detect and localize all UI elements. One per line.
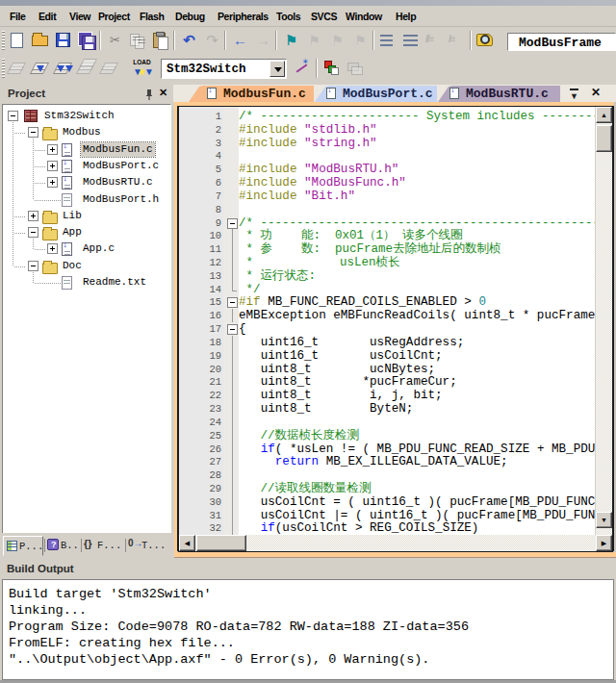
search-combo[interactable]: ModBusFrame <box>507 33 616 51</box>
editor-tab-modbusrtu-c[interactable]: ModBusRTU.c <box>438 86 560 102</box>
menu-edit[interactable]: Edit <box>38 10 56 26</box>
batch-build-button[interactable] <box>76 58 98 80</box>
tree-expander-plus[interactable] <box>47 144 58 155</box>
file-icon <box>326 88 336 99</box>
target-select-combo[interactable]: Stm32Switch <box>161 59 287 79</box>
tree-expander-minus[interactable] <box>8 111 18 121</box>
tab-list-dropdown-icon[interactable]: ▼ <box>570 89 578 101</box>
navigate-forward-button[interactable]: → <box>252 30 274 52</box>
bookmark-clear-button[interactable]: ⚑ <box>349 30 372 52</box>
tree-item-doc[interactable]: Doc <box>3 259 172 275</box>
download-flash-button[interactable]: LOAD▼▼ <box>131 58 153 80</box>
redo-button[interactable]: ↷ <box>201 30 223 52</box>
tree-label: Doc <box>61 259 84 273</box>
bookmark-toggle-button[interactable]: ⚑ <box>280 30 302 52</box>
manage-components-button[interactable] <box>321 58 344 80</box>
tree-expander-plus[interactable] <box>28 211 38 221</box>
copy-button[interactable] <box>127 30 149 52</box>
line-number: 26 <box>179 443 221 455</box>
tree-item-app[interactable]: App <box>3 225 172 241</box>
tree-expander-minus[interactable] <box>28 227 38 238</box>
bookmark-next-button[interactable]: ⚑ <box>326 30 348 52</box>
menu-peripherals[interactable]: Peripherals <box>218 10 269 26</box>
hscroll-right-button[interactable]: ▶ <box>596 535 612 551</box>
editor-hscrollbar[interactable]: ◀ ▶ <box>179 535 612 551</box>
tree-expander-plus[interactable] <box>47 161 58 171</box>
menu-help[interactable]: Help <box>396 10 416 26</box>
tree-item-modbusport-c[interactable]: ModBusPort.c <box>3 159 172 175</box>
find-in-files-button[interactable] <box>475 30 497 52</box>
tree-connector <box>33 272 34 283</box>
save-all-button[interactable] <box>76 30 98 52</box>
comment-button[interactable]: //≡ <box>424 30 446 52</box>
toolbar-grip[interactable] <box>2 31 5 51</box>
translate-file-button[interactable] <box>7 58 29 80</box>
uncomment-button[interactable]: /≡ <box>447 30 469 52</box>
hscroll-thumb[interactable] <box>196 535 246 551</box>
code-line-3: #include "string.h" <box>239 138 377 151</box>
tree-item-modbusfun-c[interactable]: ModbusFun.c <box>3 142 172 159</box>
line-number: 9 <box>179 217 221 229</box>
open-file-button[interactable] <box>30 30 52 52</box>
target-select-dropdown-icon[interactable] <box>270 61 285 77</box>
fold-collapse-box[interactable] <box>227 218 238 229</box>
new-file-button[interactable] <box>7 30 29 52</box>
menu-flash[interactable]: Flash <box>140 10 164 26</box>
tree-item-stm32switch[interactable]: Stm32Switch <box>3 109 172 125</box>
pin-icon[interactable] <box>142 89 154 100</box>
unindent-button[interactable] <box>377 30 399 52</box>
vscroll-thumb[interactable] <box>596 125 612 152</box>
tree-item-readme-txt[interactable]: Readme.txt <box>3 275 172 291</box>
panel-tab-F[interactable]: {}F... <box>82 536 124 556</box>
menu-tools[interactable]: Tools <box>276 10 300 26</box>
cut-button[interactable]: ✂ <box>104 30 126 52</box>
tree-expander-plus[interactable] <box>47 177 58 188</box>
file-extensions-button[interactable] <box>345 58 367 80</box>
tree-item-app-c[interactable]: App.c <box>3 241 172 258</box>
tree-item-lib[interactable]: Lib <box>3 209 172 225</box>
fold-collapse-box[interactable] <box>227 297 238 308</box>
bookmark-prev-button[interactable]: ⚑ <box>303 30 325 52</box>
panel-tab-T[interactable]: 0→T... <box>126 536 167 556</box>
tree-item-modbus[interactable]: Modbus <box>3 125 172 141</box>
tree-connector <box>35 166 45 167</box>
menu-view[interactable]: View <box>69 10 90 26</box>
editor-vscrollbar[interactable]: ▲ ▼ <box>596 107 612 535</box>
menu-file[interactable]: File <box>10 10 26 26</box>
vscroll-up-button[interactable]: ▲ <box>596 107 612 123</box>
menu-svcs[interactable]: SVCS <box>311 10 337 26</box>
menu-project[interactable]: Project <box>98 10 130 26</box>
tree-item-modbusrtu-c[interactable]: ModBusRTU.c <box>3 175 172 191</box>
panel-tab-P[interactable]: P... <box>3 536 43 556</box>
rebuild-button[interactable] <box>53 58 75 80</box>
tree-expander-plus[interactable] <box>47 243 58 254</box>
editor-tab-modbusfun-c[interactable]: ModbusFun.c <box>189 86 314 102</box>
editor-tab-modbusport-c[interactable]: ModBusPort.c <box>315 86 437 102</box>
tree-item-modbusport-h[interactable]: ModBusPort.h <box>3 192 172 209</box>
tree-label: Lib <box>61 209 84 223</box>
options-for-target-button[interactable] <box>291 58 313 80</box>
tab-close-icon[interactable]: ✕ <box>591 86 601 99</box>
hscroll-left-button[interactable]: ◀ <box>179 535 195 551</box>
undo-button[interactable]: ↶ <box>178 30 200 52</box>
fold-collapse-box[interactable] <box>227 324 238 335</box>
project-panel-close-icon[interactable]: ✕ <box>159 87 167 99</box>
tree-expander-minus[interactable] <box>28 127 38 138</box>
paste-button[interactable] <box>150 30 172 52</box>
vscroll-down-button[interactable]: ▼ <box>596 512 612 528</box>
stop-build-button[interactable] <box>99 58 121 80</box>
toolbar-grip2[interactable] <box>2 59 5 79</box>
build-output-panel[interactable]: Build target 'Stm32Switch'linking...Prog… <box>2 579 614 680</box>
panel-tab-B[interactable]: B.. <box>45 536 80 556</box>
indent-button[interactable] <box>400 30 423 52</box>
tree-expander-minus[interactable] <box>28 261 38 271</box>
code-editor[interactable]: /* ---------------------- System include… <box>239 107 595 535</box>
save-button[interactable] <box>53 30 75 52</box>
navigate-back-button[interactable]: ← <box>229 30 251 52</box>
line-number: 29 <box>179 483 221 494</box>
line-number: 19 <box>179 350 221 362</box>
fold-scope-line <box>232 229 233 290</box>
menu-debug[interactable]: Debug <box>175 10 205 26</box>
build-button[interactable] <box>30 58 52 80</box>
menu-window[interactable]: Window <box>346 10 382 26</box>
